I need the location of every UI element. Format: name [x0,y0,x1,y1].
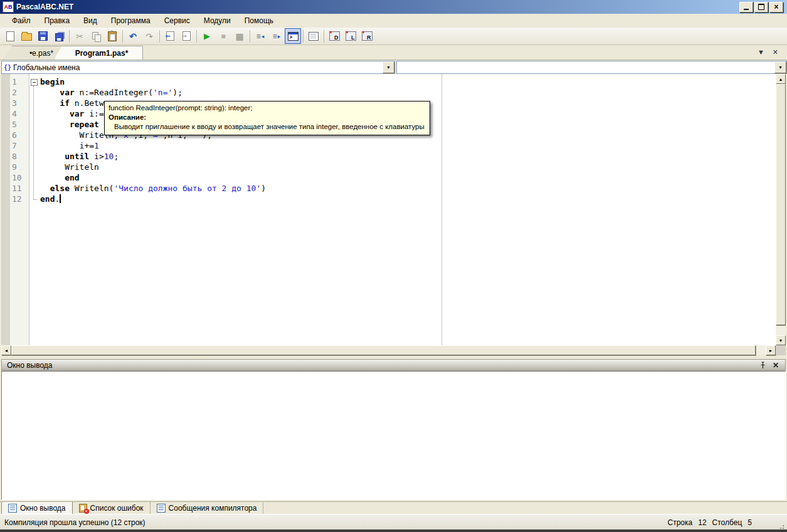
app-icon: AB [3,1,14,13]
toolbar-format-increase-indent-button[interactable]: ≡▸ [268,28,285,44]
scroll-right-icon[interactable]: ► [766,345,776,355]
menu-edit[interactable]: Правка [38,14,77,27]
toolbar-input-keyboard-button[interactable]: ▦ [231,28,248,44]
code-line-7[interactable]: 7 i+=1 [1,140,754,151]
tab-program1-pas[interactable]: Program1.pas* [54,46,143,60]
toolbar-module-r-button[interactable] [359,28,375,44]
code-text: end. [29,194,754,204]
line-number: 8 [1,151,29,162]
toolbar-format-decrease-indent-button[interactable]: ≡◂ [252,28,268,44]
code-line-11[interactable]: 11 else Writeln('Число должно быть от 2 … [1,183,754,194]
line-number: 5 [1,119,29,130]
title-bar: AB PascalABC.NET × [0,0,787,14]
undo-icon: ↶ [129,31,137,41]
menu-bar: Файл Правка Вид Программа Сервис Модули … [0,14,787,28]
resize-grip[interactable] [783,525,784,526]
code-text: Writeln [29,162,754,172]
horizontal-scroll-thumb[interactable] [11,345,756,355]
line-number: 12 [1,194,29,204]
taskbar-sliver [0,529,787,532]
code-line-10[interactable]: 10 end [1,172,754,183]
scope-combobox-arrow-icon[interactable]: ▼ [383,61,394,73]
toolbar-show-console-button[interactable] [285,28,301,44]
code-line-12[interactable]: 12end. [1,194,754,204]
tab-error-list[interactable]: Список ошибок [73,502,151,514]
toolbar-save-all-button[interactable] [51,28,67,44]
toolbar-new-file-button[interactable] [2,28,18,44]
code-line-1[interactable]: 1begin [1,76,754,87]
menu-help[interactable]: Помощь [238,14,280,27]
toolbar-open-file-button[interactable] [18,28,34,44]
fold-guide-corner [33,199,37,200]
menu-service[interactable]: Сервис [157,14,197,27]
fold-guide-line [33,86,34,199]
code-text: end [29,172,754,183]
error-list-icon [79,504,87,513]
toolbar-paste-button[interactable] [104,28,120,44]
redo-icon: ↷ [145,31,153,41]
scroll-left-icon[interactable]: ◄ [1,345,11,355]
member-combobox-arrow-icon[interactable]: ▼ [774,61,786,73]
toolbar-module-d-button[interactable] [326,28,342,44]
vertical-scrollbar[interactable]: ▲ ▼ [776,74,786,345]
toolbar-stop-button[interactable]: ■ [215,28,231,44]
toolbar-nav-back-button[interactable] [162,28,178,44]
bottom-tab-strip: Окно вывода Список ошибок Сообщения комп… [0,501,787,514]
code-line-8[interactable]: 8 until i>10; [1,151,754,162]
scope-combobox[interactable]: {} Глобальные имена ▼ [1,61,395,74]
toolbar-cut-button[interactable]: ✂ [71,28,88,44]
code-tooltip: function ReadInteger(prompt: string): in… [104,101,430,135]
tab-list-dropdown-icon[interactable]: ▼ [758,49,764,56]
tab-close-icon[interactable]: ✕ [773,49,778,56]
new-file-icon [6,31,14,41]
member-combobox[interactable]: ▼ [396,61,787,74]
vertical-scroll-thumb[interactable] [776,84,786,325]
toolbar-run-button[interactable]: ▶ [199,28,215,44]
menu-modules[interactable]: Модули [197,14,238,27]
code-editor[interactable]: 1begin2 var n:=ReadInteger('n=');3 if n.… [1,74,786,345]
menu-view[interactable]: Вид [77,14,104,27]
fold-collapse-icon[interactable] [31,79,38,86]
menu-file[interactable]: Файл [5,14,38,27]
toolbar-module-l-button[interactable] [342,28,359,44]
minimize-button[interactable] [739,2,753,13]
tab-output-window[interactable]: Окно вывода [1,502,73,514]
close-button[interactable]: × [769,2,783,13]
code-text: var n:=ReadInteger('n='); [29,87,754,98]
toolbar-separator [303,30,304,43]
toolbar-show-form-button[interactable] [305,28,322,44]
text-cursor [60,194,61,203]
code-text: until i>10; [29,151,754,162]
code-line-2[interactable]: 2 var n:=ReadInteger('n='); [1,87,754,98]
output-panel-title: Окно вывода [7,361,53,370]
line-number-value: 12 [698,518,706,527]
maximize-button[interactable] [754,2,768,13]
menu-program[interactable]: Программа [104,14,157,27]
output-window-icon [8,504,17,513]
tooltip-description-label: Описание: [108,113,425,122]
column-number-value: 5 [747,518,752,527]
pin-icon[interactable] [759,362,766,369]
horizontal-scrollbar[interactable]: ◄ ► [1,345,776,355]
show-form-icon [309,32,319,41]
line-number: 1 [1,76,29,87]
output-panel-header: Окно вывода ✕ [1,359,786,371]
toolbar-redo-button[interactable]: ↷ [141,28,157,44]
toolbar-save-button[interactable] [34,28,51,44]
cut-icon: ✂ [76,31,83,41]
scroll-up-icon[interactable]: ▲ [776,74,786,84]
line-number: 6 [1,130,29,140]
toolbar: ✂↶↷▶■▦≡◂≡▸ [0,28,787,45]
nav-back-icon [166,31,174,41]
scroll-down-icon[interactable]: ▼ [776,335,786,345]
code-line-9[interactable]: 9 Writeln [1,162,754,172]
input-keyboard-icon: ▦ [235,31,243,41]
output-panel-content[interactable] [1,371,786,500]
toolbar-copy-button[interactable] [88,28,104,44]
tab-compiler-messages[interactable]: Сообщения компилятора [151,502,264,514]
toolbar-undo-button[interactable]: ↶ [125,28,141,44]
toolbar-separator [324,30,324,43]
toolbar-nav-forward-button[interactable] [178,28,194,44]
output-close-icon[interactable]: ✕ [773,362,779,369]
line-number: 9 [1,162,29,172]
